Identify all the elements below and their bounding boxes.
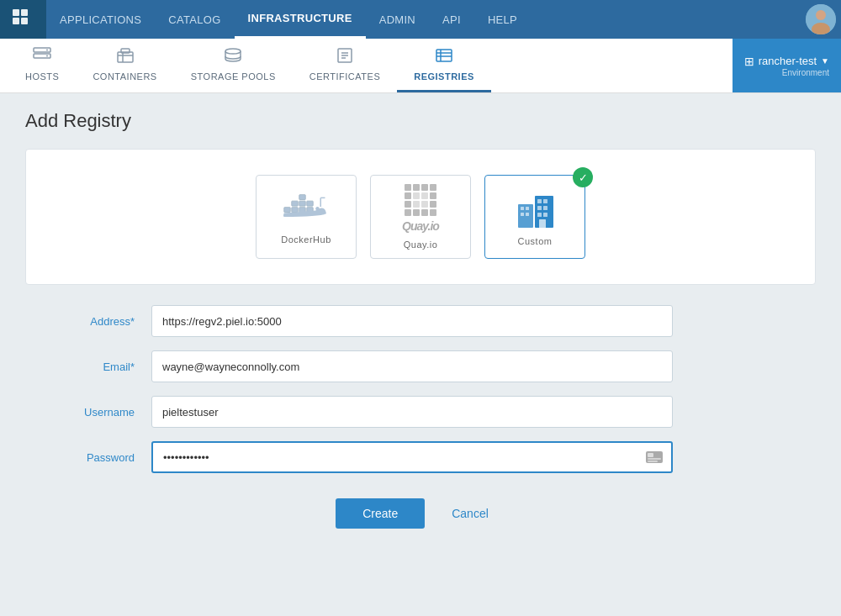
quay-label: Quay.io (404, 240, 438, 250)
email-input[interactable] (151, 350, 673, 382)
subnav-hosts[interactable]: HOSTS (8, 39, 76, 92)
password-input[interactable] (151, 441, 673, 473)
containers-icon (116, 47, 135, 68)
password-toggle-button[interactable] (643, 447, 666, 467)
nav-admin[interactable]: ADMIN (366, 0, 429, 39)
svg-rect-37 (537, 199, 542, 203)
username-input[interactable] (151, 396, 673, 428)
svg-rect-34 (526, 207, 529, 210)
svg-rect-42 (543, 213, 547, 217)
password-wrapper (151, 441, 673, 473)
svg-point-28 (315, 206, 320, 210)
svg-point-14 (225, 49, 241, 54)
sub-nav-items: HOSTS CONTAINERS STORAGE PO (8, 39, 733, 92)
selected-checkmark: ✓ (573, 167, 593, 187)
chevron-down-icon: ▼ (821, 56, 829, 66)
username-label: Username (25, 406, 151, 419)
hosts-icon (33, 47, 51, 68)
svg-rect-35 (521, 213, 524, 216)
svg-rect-43 (539, 219, 546, 228)
nav-infrastructure[interactable]: INFRASTRUCTURE (235, 0, 366, 39)
top-nav: APPLICATIONS CATALOG INFRASTRUCTURE ADMI… (0, 0, 841, 39)
subnav-hosts-label: HOSTS (25, 71, 59, 82)
nav-applications[interactable]: APPLICATIONS (46, 0, 155, 39)
username-row: Username (25, 396, 816, 428)
email-label: Email* (25, 361, 151, 373)
svg-point-5 (816, 10, 826, 20)
environment-icon: ⊞ (744, 55, 754, 68)
environment-label: Environment (782, 68, 829, 77)
svg-rect-26 (299, 194, 306, 199)
password-row: Password (25, 441, 816, 473)
svg-rect-33 (521, 207, 524, 210)
subnav-containers[interactable]: CONTAINERS (76, 39, 173, 92)
address-input[interactable] (151, 305, 673, 337)
svg-rect-38 (543, 199, 547, 203)
subnav-certificates[interactable]: CERTIFICATES (293, 39, 397, 92)
app-logo[interactable] (0, 0, 46, 39)
subnav-containers-label: CONTAINERS (93, 71, 156, 82)
svg-rect-21 (292, 207, 299, 212)
svg-rect-45 (648, 453, 653, 457)
sub-nav: HOSTS CONTAINERS STORAGE PO (0, 39, 841, 93)
cancel-button[interactable]: Cancel (435, 498, 505, 529)
form-actions: Create Cancel (25, 498, 816, 545)
environment-name: rancher-test (759, 55, 817, 67)
user-avatar[interactable] (806, 4, 836, 34)
dockerhub-label: DockerHub (281, 234, 331, 245)
svg-rect-0 (13, 9, 19, 16)
nav-api[interactable]: API (429, 0, 474, 39)
registry-option-dockerhub[interactable]: DockerHub (256, 175, 357, 259)
page-title: Add Registry (25, 110, 816, 132)
email-row: Email* (25, 350, 816, 382)
svg-rect-46 (648, 458, 661, 460)
top-nav-right (806, 4, 841, 34)
password-label: Password (25, 451, 151, 464)
svg-rect-41 (537, 213, 542, 217)
subnav-certificates-label: CERTIFICATES (309, 71, 380, 82)
svg-rect-13 (121, 49, 130, 53)
svg-rect-20 (284, 207, 291, 212)
registry-selector-card: DockerHub (25, 149, 816, 285)
svg-rect-2 (13, 18, 19, 24)
subnav-storage-pools[interactable]: STORAGE POOLS (174, 39, 293, 92)
top-nav-items: APPLICATIONS CATALOG INFRASTRUCTURE ADMI… (46, 0, 806, 39)
svg-point-10 (46, 55, 48, 57)
svg-rect-27 (292, 201, 299, 206)
certificates-icon (336, 47, 354, 68)
quay-icon: Quay.io (402, 184, 439, 233)
svg-rect-1 (21, 9, 28, 16)
nav-catalog[interactable]: CATALOG (155, 0, 234, 39)
environment-selector[interactable]: ⊞ rancher-test ▼ Environment (733, 39, 841, 92)
svg-rect-47 (648, 461, 658, 462)
registry-option-quay[interactable]: Quay.io Quay.io (370, 175, 471, 259)
svg-rect-25 (299, 201, 306, 206)
address-row: Address* (25, 305, 816, 337)
svg-rect-11 (118, 52, 133, 62)
svg-point-9 (46, 50, 48, 51)
custom-label: Custom (518, 236, 553, 246)
svg-rect-40 (543, 206, 547, 210)
svg-rect-39 (537, 206, 542, 210)
subnav-storage-pools-label: STORAGE POOLS (191, 71, 276, 82)
registry-option-custom[interactable]: ✓ Custom (484, 175, 585, 259)
registries-icon (435, 47, 453, 68)
create-button[interactable]: Create (336, 498, 425, 529)
subnav-registries[interactable]: REGISTRIES (397, 39, 491, 92)
nav-help[interactable]: HELP (474, 0, 531, 39)
subnav-registries-label: REGISTRIES (414, 71, 474, 82)
svg-rect-24 (307, 201, 314, 206)
address-label: Address* (25, 315, 151, 328)
main-content: Add Registry DockerHub (0, 93, 841, 562)
svg-rect-3 (21, 18, 28, 24)
svg-rect-16 (436, 50, 452, 61)
svg-rect-36 (526, 213, 529, 216)
storage-icon (224, 47, 242, 68)
